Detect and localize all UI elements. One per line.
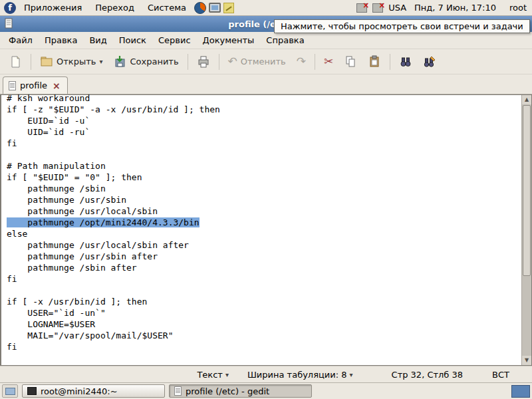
- code-line: EUID=`id -u`: [7, 115, 521, 126]
- editor-area: # ksh workaroundif [ -z "$EUID" -a -x /u…: [0, 94, 532, 366]
- offline-x-icon: ×: [378, 1, 385, 10]
- code-line: pathmunge /usr/sbin after: [7, 251, 521, 262]
- save-button[interactable]: Сохранить: [108, 52, 183, 72]
- task-button-gedit[interactable]: profile (/etc) - gedit: [169, 384, 312, 398]
- cut-button[interactable]: ✂: [319, 53, 338, 70]
- clock[interactable]: Пнд, 7 Июн, 17:10: [412, 3, 499, 13]
- print-button[interactable]: [192, 52, 215, 72]
- undo-button[interactable]: ↶ Отменить: [223, 53, 291, 70]
- find-icon: [399, 55, 412, 68]
- tab-label: profile: [20, 80, 47, 90]
- redo-button[interactable]: ↷: [292, 53, 311, 70]
- code-line: USER="`id -un`": [7, 307, 521, 319]
- muted-x-icon: ×: [362, 1, 369, 10]
- save-button-label: Сохранить: [130, 57, 178, 66]
- taskbar-right: [511, 385, 530, 398]
- code-line: pathmunge /usr/local/sbin: [7, 205, 521, 217]
- editor-content[interactable]: # ksh workaroundif [ -z "$EUID" -a -x /u…: [1, 92, 521, 365]
- gedit-menubar: Файл Правка Вид Поиск Сервис Документы С…: [0, 32, 532, 49]
- undo-icon: ↶: [228, 56, 237, 67]
- task-label: profile (/etc) - gedit: [186, 386, 269, 396]
- toolbar-separator: [219, 54, 219, 70]
- new-document-icon: [9, 55, 22, 68]
- notes-launcher-icon[interactable]: [223, 3, 234, 13]
- menu-search[interactable]: Поиск: [113, 33, 152, 47]
- tabbar: profile ×: [0, 74, 532, 94]
- selected-text: pathmunge /opt/mini2440/4.3.3/bin: [7, 217, 200, 227]
- menu-places[interactable]: Переход: [90, 1, 140, 14]
- code-line: pathmunge /usr/sbin: [7, 194, 521, 205]
- code-line: MAIL="/var/spool/mail/$USER": [7, 330, 521, 341]
- highlight-mode-label: Текст: [197, 370, 223, 380]
- firefox-launcher-icon[interactable]: [194, 2, 206, 14]
- keyboard-layout-indicator[interactable]: USA: [388, 3, 406, 13]
- top-panel: f Приложения Переход Система × × USA Пнд…: [0, 0, 532, 16]
- code-line: else: [7, 228, 521, 239]
- workspace-switcher[interactable]: [511, 385, 530, 398]
- scrollbar-thumb[interactable]: [523, 105, 531, 276]
- user-indicator: root: [504, 3, 528, 13]
- insert-mode-label: ВСТ: [492, 370, 509, 380]
- scrollbar-trough[interactable]: [522, 104, 531, 356]
- highlight-mode-combo[interactable]: Текст ▾: [197, 370, 229, 380]
- code-line: LOGNAME=$USER: [7, 319, 521, 330]
- volume-muted-icon[interactable]: ×: [356, 3, 367, 13]
- menu-file[interactable]: Файл: [3, 33, 39, 47]
- paste-icon: [368, 55, 381, 68]
- code-line: pathmunge /opt/mini2440/4.3.3/bin: [7, 217, 521, 228]
- new-button[interactable]: [4, 52, 27, 72]
- bottom-taskbar: root@mini2440:~ profile (/etc) - gedit: [0, 382, 532, 399]
- tab-close-icon[interactable]: ×: [51, 82, 62, 90]
- cut-icon: ✂: [324, 56, 333, 67]
- display-launcher-icon[interactable]: [209, 3, 221, 13]
- open-button-label: Открыть: [57, 57, 96, 66]
- print-icon: [197, 55, 210, 68]
- code-line: UID=`id -ru`: [7, 126, 521, 138]
- code-line: # ksh workaround: [7, 92, 521, 104]
- scroll-up-icon[interactable]: ▲: [522, 95, 531, 104]
- find-replace-icon: [423, 55, 436, 68]
- scroll-down-icon[interactable]: ▼: [522, 356, 531, 365]
- code-line: fi: [7, 138, 521, 149]
- paste-button[interactable]: [363, 52, 386, 72]
- terminal-icon: [27, 387, 37, 395]
- code-line: if [ "$EUID" = "0" ]; then: [7, 172, 521, 183]
- toolbar-separator: [390, 54, 390, 70]
- menu-system[interactable]: Система: [142, 1, 192, 14]
- top-panel-right: × × USA Пнд, 7 Июн, 17:10 root: [356, 3, 528, 13]
- code-line: pathmunge /sbin after: [7, 262, 521, 273]
- code-line: [7, 149, 521, 160]
- distro-menu-icon[interactable]: f: [4, 2, 16, 14]
- chevron-down-icon: ▾: [350, 371, 353, 378]
- code-line: fi: [7, 273, 521, 285]
- toolbar-separator: [188, 54, 188, 70]
- clock-tooltip: Нажмите, чтобы просмотреть свои встречи …: [274, 19, 530, 33]
- menu-documents[interactable]: Документы: [197, 33, 261, 47]
- task-button-terminal[interactable]: root@mini2440:~: [22, 384, 165, 398]
- menu-edit[interactable]: Правка: [39, 33, 83, 47]
- statusbar: Текст ▾ Ширина табуляции: 8 ▾ Стр 32, Ст…: [0, 366, 532, 382]
- copy-button[interactable]: [339, 52, 362, 72]
- code-line: pathmunge /usr/local/sbin after: [7, 239, 521, 251]
- redo-icon: ↷: [297, 56, 306, 67]
- vertical-scrollbar[interactable]: ▲ ▼: [521, 95, 531, 365]
- menu-applications[interactable]: Приложения: [19, 1, 87, 14]
- tab-width-combo[interactable]: Ширина табуляции: 8 ▾: [247, 370, 353, 380]
- menu-help[interactable]: Справка: [260, 33, 310, 47]
- task-label: root@mini2440:~: [41, 386, 118, 396]
- network-offline-icon[interactable]: ×: [372, 3, 383, 13]
- toolbar-separator: [315, 54, 315, 70]
- copy-icon: [344, 55, 357, 68]
- toolbar-separator: [31, 54, 31, 70]
- gedit-icon: [174, 386, 182, 396]
- menu-view[interactable]: Вид: [83, 33, 112, 47]
- replace-button[interactable]: [418, 52, 441, 72]
- show-desktop-button[interactable]: [2, 384, 18, 398]
- find-button[interactable]: [394, 52, 417, 72]
- code-line: pathmunge /sbin: [7, 183, 521, 194]
- open-folder-icon: [40, 55, 53, 68]
- tab-profile[interactable]: profile ×: [3, 76, 68, 94]
- menu-tools[interactable]: Сервис: [152, 33, 197, 47]
- window-icon: [3, 18, 14, 31]
- open-button[interactable]: Открыть ▾: [35, 52, 107, 72]
